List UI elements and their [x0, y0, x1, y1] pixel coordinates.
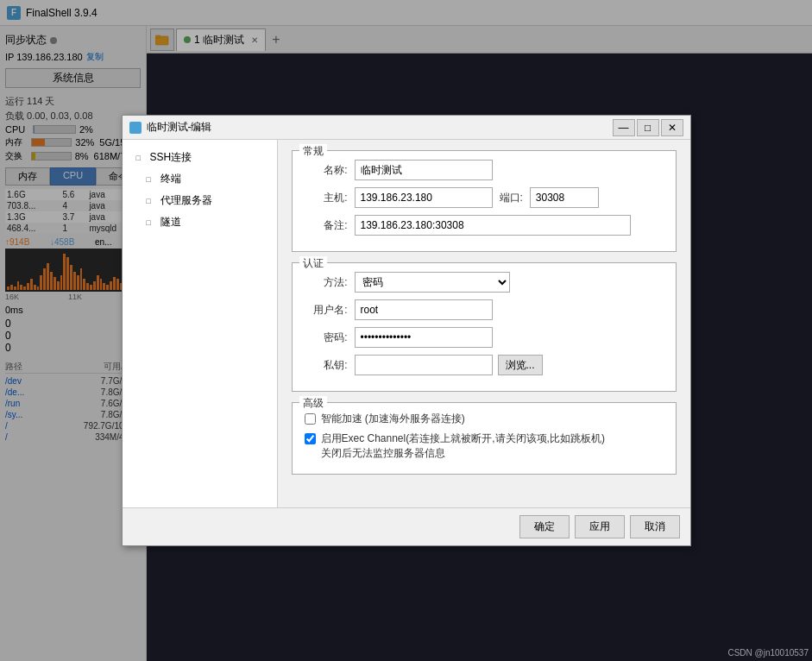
tree-toggle-terminal: □ — [147, 175, 157, 184]
name-label: 名称: — [305, 163, 348, 178]
browse-button[interactable]: 浏览... — [498, 355, 543, 375]
adv-check1-input[interactable] — [305, 413, 316, 425]
advanced-group: 高级 智能加速 (加速海外服务器连接) 启用Exec Channel(若连接上就… — [292, 402, 677, 475]
tree-tunnel[interactable]: □ 隧道 — [123, 211, 277, 233]
modal-overlay: 临时测试-编辑 — □ ✕ □ SSH连接 □ 终端 □ — [0, 0, 812, 661]
tree-ssh[interactable]: □ SSH连接 — [123, 147, 277, 168]
port-label: 端口: — [500, 191, 523, 205]
tree-label-terminal: 终端 — [161, 172, 181, 186]
nav-tree: □ SSH连接 □ 终端 □ 代理服务器 □ 隧道 — [123, 140, 278, 507]
tree-toggle-tunnel: □ — [147, 218, 157, 227]
modal-maximize-button[interactable]: □ — [637, 119, 659, 136]
host-label: 主机: — [305, 191, 348, 205]
notes-row: 备注: — [305, 215, 664, 236]
tree-label-tunnel: 隧道 — [161, 215, 181, 230]
method-label: 方法: — [305, 275, 348, 290]
adv-check2-label: 启用Exec Channel(若连接上就被断开,请关闭该项,比如跳板机) 关闭后… — [321, 431, 605, 461]
tree-label-proxy: 代理服务器 — [161, 193, 212, 208]
host-group: 端口: — [355, 187, 599, 208]
modal-footer: 确定 应用 取消 — [123, 507, 690, 545]
tree-proxy[interactable]: □ 代理服务器 — [123, 190, 277, 211]
port-input[interactable] — [530, 187, 599, 208]
adv-check1-row: 智能加速 (加速海外服务器连接) — [305, 412, 664, 426]
general-group: 常规 名称: 主机: 端口: 备注: — [292, 150, 677, 252]
modal-body: □ SSH连接 □ 终端 □ 代理服务器 □ 隧道 — [123, 140, 690, 507]
host-row: 主机: 端口: — [305, 187, 664, 208]
notes-label: 备注: — [305, 218, 348, 233]
name-input[interactable] — [355, 160, 493, 180]
auth-group: 认证 方法: 密码 密钥 无 用户名: 密码: — [292, 262, 677, 392]
pass-input[interactable] — [355, 327, 493, 348]
modal-title-buttons: — □ ✕ — [613, 119, 683, 136]
key-input[interactable] — [355, 355, 493, 375]
name-row: 名称: — [305, 160, 664, 180]
modal-title: 临时测试-编辑 — [147, 120, 212, 135]
user-row: 用户名: — [305, 299, 664, 320]
pass-row: 密码: — [305, 327, 664, 348]
confirm-button[interactable]: 确定 — [519, 515, 570, 538]
tree-toggle-proxy: □ — [147, 197, 157, 205]
modal-minimize-button[interactable]: — — [613, 119, 635, 136]
method-row: 方法: 密码 密钥 无 — [305, 272, 664, 293]
host-input[interactable] — [355, 187, 493, 208]
modal-titlebar: 临时测试-编辑 — □ ✕ — [123, 116, 690, 140]
modal-title-icon — [129, 122, 142, 134]
key-label: 私钥: — [305, 358, 348, 373]
adv-check2-row: 启用Exec Channel(若连接上就被断开,请关闭该项,比如跳板机) 关闭后… — [305, 431, 664, 461]
notes-input[interactable] — [355, 215, 631, 236]
advanced-title: 高级 — [299, 396, 327, 411]
adv-check2-input[interactable] — [305, 433, 316, 444]
pass-label: 密码: — [305, 330, 348, 345]
modal-close-button[interactable]: ✕ — [661, 119, 683, 136]
apply-button[interactable]: 应用 — [575, 515, 625, 538]
cancel-button[interactable]: 取消 — [630, 515, 680, 538]
watermark: CSDN @jn10010537 — [727, 648, 809, 658]
general-title: 常规 — [299, 144, 327, 159]
adv-check1-label: 智能加速 (加速海外服务器连接) — [321, 412, 465, 426]
modal-title-left: 临时测试-编辑 — [129, 120, 212, 135]
method-select[interactable]: 密码 密钥 无 — [355, 272, 510, 293]
tree-label-ssh: SSH连接 — [150, 150, 192, 165]
tree-toggle-ssh: □ — [136, 154, 147, 162]
user-input[interactable] — [355, 299, 493, 320]
tree-terminal[interactable]: □ 终端 — [123, 168, 277, 190]
key-row: 私钥: 浏览... — [305, 355, 664, 375]
edit-dialog: 临时测试-编辑 — □ ✕ □ SSH连接 □ 终端 □ — [122, 115, 691, 546]
user-label: 用户名: — [305, 303, 348, 318]
form-area: 常规 名称: 主机: 端口: 备注: — [278, 140, 690, 507]
auth-title: 认证 — [299, 256, 327, 271]
